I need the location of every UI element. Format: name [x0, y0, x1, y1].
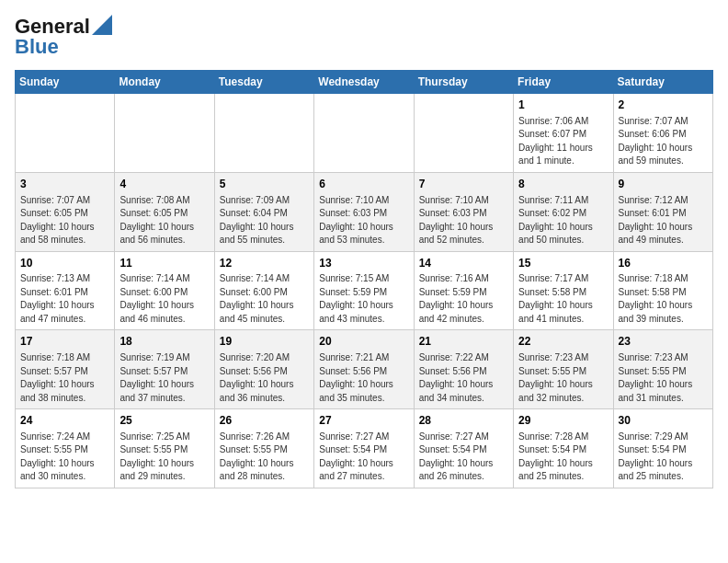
- calendar-cell: 12Sunrise: 7:14 AM Sunset: 6:00 PM Dayli…: [214, 251, 313, 330]
- day-number: 13: [319, 256, 408, 271]
- calendar-week-5: 24Sunrise: 7:24 AM Sunset: 5:55 PM Dayli…: [16, 409, 713, 488]
- day-number: 3: [20, 177, 109, 192]
- day-number: 2: [619, 98, 708, 113]
- calendar-cell: 5Sunrise: 7:09 AM Sunset: 6:04 PM Daylig…: [214, 172, 313, 251]
- weekday-header-row: SundayMondayTuesdayWednesdayThursdayFrid…: [16, 71, 713, 94]
- day-info: Sunrise: 7:16 AM Sunset: 5:59 PM Dayligh…: [419, 272, 508, 326]
- day-number: 18: [119, 334, 209, 350]
- day-info: Sunrise: 7:20 AM Sunset: 5:56 PM Dayligh…: [220, 351, 309, 405]
- day-info: Sunrise: 7:21 AM Sunset: 5:56 PM Dayligh…: [319, 351, 408, 405]
- calendar-cell: 6Sunrise: 7:10 AM Sunset: 6:03 PM Daylig…: [314, 172, 414, 251]
- day-number: 19: [220, 334, 309, 350]
- weekday-header-sunday: Sunday: [16, 71, 115, 94]
- calendar-cell: 8Sunrise: 7:11 AM Sunset: 6:02 PM Daylig…: [514, 172, 613, 251]
- day-number: 12: [220, 256, 309, 271]
- day-info: Sunrise: 7:09 AM Sunset: 6:04 PM Dayligh…: [220, 194, 309, 247]
- day-number: 4: [119, 177, 209, 192]
- day-info: Sunrise: 7:24 AM Sunset: 5:55 PM Dayligh…: [20, 431, 109, 484]
- logo-triangle-icon: [92, 15, 112, 35]
- calendar-cell: 30Sunrise: 7:29 AM Sunset: 5:54 PM Dayli…: [613, 409, 712, 488]
- day-info: Sunrise: 7:11 AM Sunset: 6:02 PM Dayligh…: [518, 194, 608, 247]
- calendar-cell: 23Sunrise: 7:23 AM Sunset: 5:55 PM Dayli…: [613, 330, 712, 409]
- logo: General Blue: [15, 15, 112, 59]
- calendar-week-2: 3Sunrise: 7:07 AM Sunset: 6:05 PM Daylig…: [16, 172, 713, 251]
- day-number: 28: [419, 413, 508, 429]
- calendar-cell: 26Sunrise: 7:26 AM Sunset: 5:55 PM Dayli…: [214, 409, 313, 488]
- day-number: 23: [619, 334, 708, 350]
- day-number: 10: [20, 256, 109, 271]
- weekday-header-thursday: Thursday: [414, 71, 513, 94]
- day-number: 17: [20, 334, 109, 350]
- day-info: Sunrise: 7:25 AM Sunset: 5:55 PM Dayligh…: [119, 431, 209, 484]
- day-number: 5: [220, 177, 309, 192]
- day-number: 1: [518, 98, 608, 113]
- day-info: Sunrise: 7:14 AM Sunset: 6:00 PM Dayligh…: [220, 272, 309, 326]
- day-number: 14: [419, 256, 508, 271]
- day-number: 26: [220, 413, 309, 429]
- calendar-cell: 22Sunrise: 7:23 AM Sunset: 5:55 PM Dayli…: [514, 330, 613, 409]
- calendar-week-1: 1Sunrise: 7:06 AM Sunset: 6:07 PM Daylig…: [16, 94, 713, 173]
- svg-marker-0: [92, 15, 112, 35]
- calendar-cell: 24Sunrise: 7:24 AM Sunset: 5:55 PM Dayli…: [16, 409, 115, 488]
- calendar-cell: 14Sunrise: 7:16 AM Sunset: 5:59 PM Dayli…: [414, 251, 513, 330]
- day-info: Sunrise: 7:14 AM Sunset: 6:00 PM Dayligh…: [119, 272, 209, 326]
- day-info: Sunrise: 7:07 AM Sunset: 6:05 PM Dayligh…: [20, 194, 109, 247]
- weekday-header-friday: Friday: [514, 71, 613, 94]
- calendar-cell: 20Sunrise: 7:21 AM Sunset: 5:56 PM Dayli…: [314, 330, 414, 409]
- calendar-cell: 2Sunrise: 7:07 AM Sunset: 6:06 PM Daylig…: [613, 94, 712, 173]
- day-number: 16: [619, 256, 708, 271]
- calendar-cell: [16, 94, 115, 173]
- day-info: Sunrise: 7:07 AM Sunset: 6:06 PM Dayligh…: [619, 115, 708, 168]
- day-info: Sunrise: 7:17 AM Sunset: 5:58 PM Dayligh…: [518, 272, 608, 326]
- weekday-header-saturday: Saturday: [613, 71, 712, 94]
- calendar-cell: 19Sunrise: 7:20 AM Sunset: 5:56 PM Dayli…: [214, 330, 313, 409]
- weekday-header-wednesday: Wednesday: [314, 71, 414, 94]
- day-number: 24: [20, 413, 109, 429]
- day-info: Sunrise: 7:15 AM Sunset: 5:59 PM Dayligh…: [319, 272, 408, 326]
- day-info: Sunrise: 7:27 AM Sunset: 5:54 PM Dayligh…: [419, 431, 508, 484]
- day-number: 8: [518, 177, 608, 192]
- day-number: 29: [518, 413, 608, 429]
- weekday-header-monday: Monday: [115, 71, 214, 94]
- calendar-cell: [115, 94, 214, 173]
- calendar-cell: 17Sunrise: 7:18 AM Sunset: 5:57 PM Dayli…: [16, 330, 115, 409]
- day-info: Sunrise: 7:06 AM Sunset: 6:07 PM Dayligh…: [518, 115, 608, 168]
- day-number: 21: [419, 334, 508, 350]
- weekday-header-tuesday: Tuesday: [214, 71, 313, 94]
- day-number: 9: [619, 177, 708, 192]
- page-header: General Blue: [15, 15, 713, 59]
- calendar-cell: 10Sunrise: 7:13 AM Sunset: 6:01 PM Dayli…: [16, 251, 115, 330]
- calendar-cell: 21Sunrise: 7:22 AM Sunset: 5:56 PM Dayli…: [414, 330, 513, 409]
- calendar-cell: 16Sunrise: 7:18 AM Sunset: 5:58 PM Dayli…: [613, 251, 712, 330]
- day-number: 11: [119, 256, 209, 271]
- day-info: Sunrise: 7:10 AM Sunset: 6:03 PM Dayligh…: [319, 194, 408, 247]
- day-number: 25: [119, 413, 209, 429]
- calendar-cell: 15Sunrise: 7:17 AM Sunset: 5:58 PM Dayli…: [514, 251, 613, 330]
- calendar-cell: 25Sunrise: 7:25 AM Sunset: 5:55 PM Dayli…: [115, 409, 214, 488]
- calendar-week-4: 17Sunrise: 7:18 AM Sunset: 5:57 PM Dayli…: [16, 330, 713, 409]
- day-number: 22: [518, 334, 608, 350]
- day-number: 20: [319, 334, 408, 350]
- calendar-cell: 9Sunrise: 7:12 AM Sunset: 6:01 PM Daylig…: [613, 172, 712, 251]
- calendar-cell: 11Sunrise: 7:14 AM Sunset: 6:00 PM Dayli…: [115, 251, 214, 330]
- day-info: Sunrise: 7:28 AM Sunset: 5:54 PM Dayligh…: [518, 431, 608, 484]
- calendar-cell: 3Sunrise: 7:07 AM Sunset: 6:05 PM Daylig…: [16, 172, 115, 251]
- calendar-cell: 4Sunrise: 7:08 AM Sunset: 6:05 PM Daylig…: [115, 172, 214, 251]
- calendar-cell: 29Sunrise: 7:28 AM Sunset: 5:54 PM Dayli…: [514, 409, 613, 488]
- calendar-cell: 13Sunrise: 7:15 AM Sunset: 5:59 PM Dayli…: [314, 251, 414, 330]
- calendar-cell: 28Sunrise: 7:27 AM Sunset: 5:54 PM Dayli…: [414, 409, 513, 488]
- logo-blue: Blue: [15, 35, 59, 59]
- day-info: Sunrise: 7:29 AM Sunset: 5:54 PM Dayligh…: [619, 431, 708, 484]
- day-info: Sunrise: 7:12 AM Sunset: 6:01 PM Dayligh…: [619, 194, 708, 247]
- calendar-cell: 27Sunrise: 7:27 AM Sunset: 5:54 PM Dayli…: [314, 409, 414, 488]
- day-info: Sunrise: 7:18 AM Sunset: 5:57 PM Dayligh…: [20, 351, 109, 405]
- day-info: Sunrise: 7:08 AM Sunset: 6:05 PM Dayligh…: [119, 194, 209, 247]
- day-number: 7: [419, 177, 508, 192]
- day-info: Sunrise: 7:27 AM Sunset: 5:54 PM Dayligh…: [319, 431, 408, 484]
- calendar-cell: 7Sunrise: 7:10 AM Sunset: 6:03 PM Daylig…: [414, 172, 513, 251]
- calendar-cell: [214, 94, 313, 173]
- day-info: Sunrise: 7:19 AM Sunset: 5:57 PM Dayligh…: [119, 351, 209, 405]
- day-number: 15: [518, 256, 608, 271]
- day-number: 27: [319, 413, 408, 429]
- day-number: 6: [319, 177, 408, 192]
